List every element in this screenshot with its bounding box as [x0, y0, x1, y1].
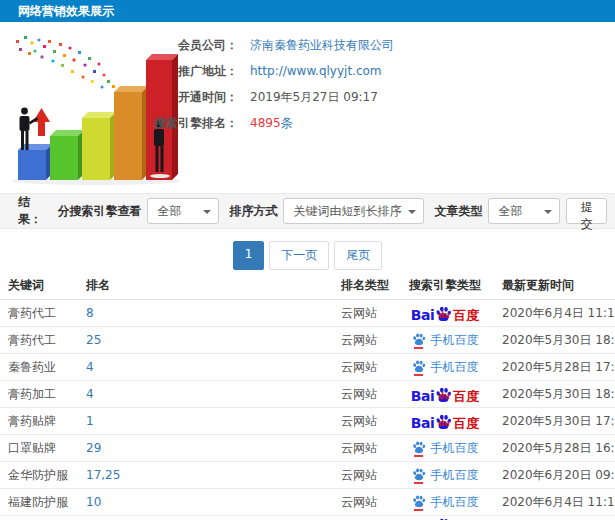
updated-cell: 2020年6月4日 11:10 [494, 494, 615, 511]
rank-type-cell: 云网站 [341, 440, 396, 457]
mobile-baidu-underline [414, 347, 423, 349]
baidu-logo-bai-text: Bai [411, 416, 434, 430]
baidu-logo-bai-text: Bai [411, 308, 434, 322]
updated-cell: 2020年5月30日 18:03 [494, 386, 615, 403]
sort-filter-value: 关键词由短到长排序 [293, 203, 401, 220]
sort-filter-label: 排序方式 [229, 203, 277, 220]
updated-cell: 2020年5月28日 16:55 [494, 440, 615, 457]
header-keyword: 关键词 [0, 277, 86, 294]
promo-url-link[interactable]: http://www.qlyyjt.com [250, 64, 382, 78]
mobile-baidu-logo: 手机百度 [412, 494, 479, 511]
header-updated: 最新更新时间 [494, 277, 615, 294]
mobile-baidu-underline [414, 455, 423, 457]
header-engine-type: 搜索引擎类型 [396, 277, 494, 294]
mobile-baidu-label: 手机百度 [431, 334, 479, 346]
member-company-label: 会员公司： [50, 37, 238, 54]
rank-link[interactable]: 1 [86, 414, 94, 428]
mobile-baidu-paw-icon [412, 359, 426, 373]
keyword-cell: 金华防护服 [0, 467, 86, 484]
baidu-logo-du-text: du [438, 312, 449, 320]
engine-filter-select[interactable]: 全部 [147, 198, 219, 224]
header-rank: 排名 [86, 277, 341, 294]
filter-controls: 分搜索引擎查看 全部 排序方式 关键词由短到长排序 文章类型 全部 提交 [53, 198, 607, 224]
article-type-select[interactable]: 全部 [488, 198, 560, 224]
engine-cell: 手机百度 [396, 440, 494, 457]
mobile-baidu-label: 手机百度 [431, 496, 479, 508]
field-member-company: 会员公司： 济南秦鲁药业科技有限公司 [50, 32, 610, 58]
rank-type-cell: 云网站 [341, 332, 396, 349]
page-button-last[interactable]: 尾页 [334, 241, 382, 270]
article-type-label: 文章类型 [434, 203, 482, 220]
mobile-baidu-underline [414, 374, 423, 376]
engine-cell: 手机百度 [396, 494, 494, 511]
keyword-cell: 膏药代工 [0, 332, 86, 349]
table-row: 膏药代工 8 云网站 Bai du 百度 2020年6月4日 11:15 [0, 300, 615, 327]
rank-link[interactable]: 10 [86, 495, 101, 509]
mobile-baidu-paw-icon [412, 494, 426, 508]
mobile-baidu-paw-icon [412, 440, 426, 454]
table-body: 膏药代工 8 云网站 Bai du 百度 2020年6月4日 11:15 膏药代… [0, 300, 615, 520]
engine-cell: Bai du 百度 [396, 386, 494, 403]
submit-button[interactable]: 提交 [566, 198, 607, 224]
sort-filter-select[interactable]: 关键词由短到长排序 [283, 198, 424, 224]
page-titlebar: 网络营销效果展示 [0, 0, 615, 22]
rank-link[interactable]: 17,25 [86, 468, 120, 482]
rank-link[interactable]: 4 [86, 387, 94, 401]
rank-type-cell: 云网站 [341, 359, 396, 376]
mobile-baidu-underline [414, 509, 423, 511]
open-time-label: 开通时间： [50, 89, 238, 106]
baidu-logo: Bai du 百度 [411, 305, 479, 322]
field-open-time: 开通时间： 2019年5月27日 09:17 [50, 84, 610, 110]
baidu-logo-du-text: du [438, 420, 449, 428]
keyword-cell: 膏药代工 [0, 305, 86, 322]
result-label: 结果： [18, 194, 53, 228]
baidu-logo: Bai du 百度 [411, 386, 479, 403]
member-company-link[interactable]: 济南秦鲁药业科技有限公司 [250, 37, 394, 54]
mobile-baidu-label: 手机百度 [431, 469, 479, 481]
rank-type-cell: 云网站 [341, 467, 396, 484]
page-button-next[interactable]: 下一页 [269, 241, 329, 270]
updated-cell: 2020年6月4日 11:15 [494, 305, 615, 322]
results-table: 关键词 排名 排名类型 搜索引擎类型 最新更新时间 膏药代工 8 云网站 Bai… [0, 272, 615, 520]
engine-cell: Bai du 百度 [396, 516, 494, 520]
updated-cell: 2020年5月30日 18:06 [494, 332, 615, 349]
mobile-baidu-paw-icon [412, 467, 426, 481]
rank-link[interactable]: 4 [86, 360, 94, 374]
updated-cell: 2020年5月30日 17:58 [494, 413, 615, 430]
engine-filter-value: 全部 [157, 203, 181, 220]
page-button-current[interactable]: 1 [233, 241, 265, 270]
updated-cell: 2020年5月28日 17:02 [494, 359, 615, 376]
rank-type-cell: 云网站 [341, 386, 396, 403]
engine-cell: Bai du 百度 [396, 413, 494, 430]
open-time-value: 2019年5月27日 09:17 [250, 89, 378, 106]
engine-filter-label: 分搜索引擎查看 [57, 203, 141, 220]
table-row: 膏药加工 4 云网站 Bai du 百度 2020年5月30日 18:03 [0, 381, 615, 408]
table-header-row: 关键词 排名 排名类型 搜索引擎类型 最新更新时间 [0, 272, 615, 300]
keyword-cell: 秦鲁药业 [0, 359, 86, 376]
header-rank-type: 排名类型 [341, 277, 396, 294]
profile-section: 会员公司： 济南秦鲁药业科技有限公司 推广地址： http://www.qlyy… [0, 28, 615, 188]
baidu-logo-du-text: du [438, 393, 449, 401]
table-row: 福建防护服 10 云网站 手机百度 2020年6月4日 11:10 [0, 489, 615, 516]
page-title: 网络营销效果展示 [18, 4, 114, 18]
field-engine-rank-count: 搜索引擎排名： 4895条 [50, 110, 610, 136]
keyword-cell: 福建防护服 [0, 494, 86, 511]
profile-fields: 会员公司： 济南秦鲁药业科技有限公司 推广地址： http://www.qlyy… [50, 32, 610, 136]
pagination: 1 下一页 尾页 [0, 241, 615, 270]
baidu-logo-cn-text: 百度 [453, 390, 479, 403]
baidu-logo: Bai du 百度 [411, 413, 479, 430]
engine-cell: 手机百度 [396, 359, 494, 376]
rank-link[interactable]: 8 [86, 306, 94, 320]
table-row: 膏药贴牌 1 云网站 Bai du 百度 2020年5月30日 17:58 [0, 408, 615, 435]
mobile-baidu-label: 手机百度 [431, 442, 479, 454]
keyword-cell: 膏药加工 [0, 386, 86, 403]
rank-link[interactable]: 29 [86, 441, 101, 455]
engine-cell: 手机百度 [396, 332, 494, 349]
mobile-baidu-logo: 手机百度 [412, 440, 479, 457]
rank-link[interactable]: 25 [86, 333, 101, 347]
mobile-baidu-paw-icon [412, 332, 426, 346]
filter-bar: 结果： 分搜索引擎查看 全部 排序方式 关键词由短到长排序 文章类型 全部 提交 [0, 193, 615, 229]
rank-count-suffix: 条 [281, 116, 293, 130]
table-row-partial: Bai du 百度 [0, 516, 615, 520]
table-row: 膏药代工 25 云网站 手机百度 2020年5月30日 18:06 [0, 327, 615, 354]
